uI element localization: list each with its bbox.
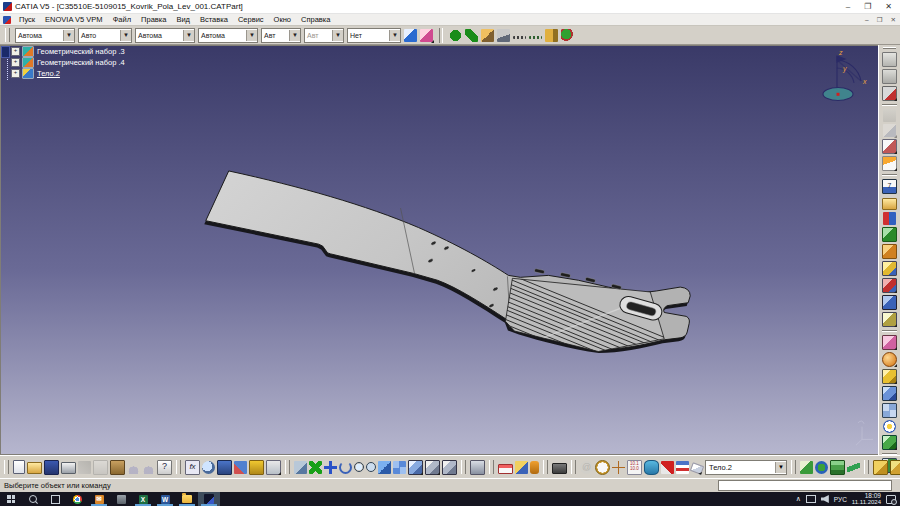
measure-pen-icon[interactable] (497, 29, 510, 42)
fit-all-icon[interactable] (309, 461, 322, 474)
tree-root-icon[interactable] (1, 46, 10, 58)
multi-view-icon[interactable] (393, 461, 406, 474)
lock-icon[interactable] (249, 460, 264, 475)
check-analysis-icon[interactable] (266, 460, 281, 475)
formula-fx-icon[interactable]: fx (185, 460, 200, 475)
menu-help[interactable]: Справка (296, 15, 335, 24)
axis-target-icon[interactable] (883, 420, 896, 433)
network-icon[interactable] (806, 495, 816, 503)
constraints-icon[interactable] (676, 461, 689, 474)
menu-insert[interactable]: Вставка (195, 15, 233, 24)
tree-item-label[interactable]: Геометрический набор .4 (37, 58, 125, 67)
toolbar-grip[interactable] (461, 460, 466, 474)
doc-close-button[interactable]: ✕ (891, 16, 896, 24)
render-camera-icon[interactable] (552, 463, 567, 474)
remove-material-icon[interactable] (690, 462, 704, 475)
world-icon[interactable] (815, 461, 828, 474)
save-icon[interactable] (44, 460, 59, 475)
tree-item-geometrical-set-3[interactable]: + Геометрический набор .3 (11, 46, 125, 57)
toolbar-grip[interactable] (864, 460, 869, 474)
iso-view-icon[interactable] (408, 460, 423, 475)
toolbar-grip[interactable] (489, 460, 494, 474)
paste-special-icon[interactable] (882, 69, 897, 84)
sketcher-icon[interactable] (882, 139, 897, 154)
taskbar-mail[interactable]: ✉ (88, 492, 110, 506)
axis-system-icon[interactable] (612, 461, 625, 474)
plm-green-box-icon[interactable] (882, 227, 897, 242)
taskbar-printer[interactable] (110, 492, 132, 506)
visible-swap-icon[interactable] (847, 461, 860, 474)
thickness-dropdown[interactable]: Автома▼ (198, 28, 258, 43)
pad-icon[interactable] (882, 261, 897, 276)
quick-print-icon[interactable] (470, 460, 485, 475)
paintbrush-icon[interactable] (404, 29, 417, 42)
dashed-line-icon[interactable] (513, 36, 526, 39)
chevron-down-icon[interactable]: ▼ (183, 30, 194, 41)
chevron-down-icon[interactable]: ▼ (120, 30, 131, 41)
clash-icon[interactable] (661, 461, 674, 474)
opacity-dropdown[interactable]: Авто▼ (78, 28, 132, 43)
tree-item-label[interactable]: Тело.2 (37, 69, 60, 78)
expander-icon[interactable]: + (11, 69, 20, 78)
paint-icon[interactable] (800, 461, 813, 474)
chevron-down-icon[interactable]: ▼ (246, 30, 257, 41)
cube-blue-icon[interactable] (882, 386, 897, 401)
relations-icon[interactable] (234, 461, 247, 474)
power-input-field[interactable] (718, 480, 892, 491)
shaft-icon[interactable] (882, 295, 897, 310)
whats-this-icon[interactable]: ? (157, 460, 172, 475)
layer-dropdown[interactable]: Нет▼ (347, 28, 401, 43)
tray-chevron-icon[interactable]: ∧ (796, 495, 801, 503)
plm-calendar-icon[interactable]: 7 (882, 179, 897, 194)
point-dropdown[interactable]: Авт▼ (261, 28, 301, 43)
tree-item-label[interactable]: Геометрический набор .3 (37, 47, 125, 56)
toolbar-grip[interactable] (543, 460, 548, 474)
move-cross-icon[interactable] (449, 29, 462, 42)
toolbar-grip[interactable] (176, 460, 181, 474)
body-selector-combo[interactable]: Тело.2 ▼ (705, 460, 787, 475)
timer-icon[interactable] (595, 460, 610, 475)
taskbar-excel[interactable]: X (132, 492, 154, 506)
select-arrow-icon[interactable] (882, 156, 897, 171)
pin-off-icon[interactable] (561, 29, 574, 42)
chevron-down-icon[interactable]: ▼ (63, 30, 74, 41)
volume-icon[interactable] (644, 460, 659, 475)
normal-view-icon[interactable] (378, 461, 391, 474)
view-compass[interactable]: z y x (820, 48, 870, 106)
volume-icon[interactable] (821, 495, 829, 503)
taskbar-word[interactable]: W (154, 492, 176, 506)
design-table-icon[interactable] (217, 460, 232, 475)
grid-box-icon[interactable] (882, 403, 897, 418)
mean-dimensions-icon[interactable]: 10.1 10.0 (627, 460, 642, 475)
taskbar-search[interactable] (22, 492, 44, 506)
restore-button[interactable]: ❐ (864, 2, 871, 12)
taskbar-chrome[interactable] (66, 492, 88, 506)
taskbar-explorer[interactable] (176, 492, 198, 506)
start-button[interactable] (0, 492, 22, 506)
language-indicator[interactable]: РУС (834, 496, 847, 503)
toolbar-grip[interactable] (571, 460, 576, 474)
zoom-in-icon[interactable] (354, 462, 364, 472)
tree-item-body-2[interactable]: + Тело.2 (11, 68, 125, 79)
menu-tools[interactable]: Сервис (233, 15, 269, 24)
menu-file[interactable]: Файл (108, 15, 136, 24)
paste-format-icon[interactable] (882, 52, 897, 67)
catalog-browser-icon[interactable] (873, 460, 888, 475)
chevron-down-icon[interactable]: ▼ (389, 30, 400, 41)
extrude-icon[interactable] (882, 369, 897, 384)
rotate-icon[interactable] (339, 461, 352, 474)
shell-icon[interactable] (882, 312, 897, 327)
shaded-edges-view-icon[interactable] (442, 460, 457, 475)
apply-material-icon[interactable] (530, 461, 539, 474)
color-eyedropper-icon[interactable] (420, 29, 433, 42)
dashed-arrow-icon[interactable] (529, 36, 542, 39)
tree-item-geometrical-set-4[interactable]: + Геометрический набор .4 (11, 57, 125, 68)
swap-panel-icon[interactable] (545, 29, 558, 42)
layer-filter-icon[interactable] (830, 460, 845, 475)
search-lens-icon[interactable] (202, 461, 215, 474)
action-center-icon[interactable] (886, 495, 896, 504)
pan-icon[interactable] (324, 461, 337, 474)
menu-edit[interactable]: Правка (136, 15, 171, 24)
fly-mode-icon[interactable] (294, 461, 307, 474)
open-icon[interactable] (27, 462, 42, 474)
